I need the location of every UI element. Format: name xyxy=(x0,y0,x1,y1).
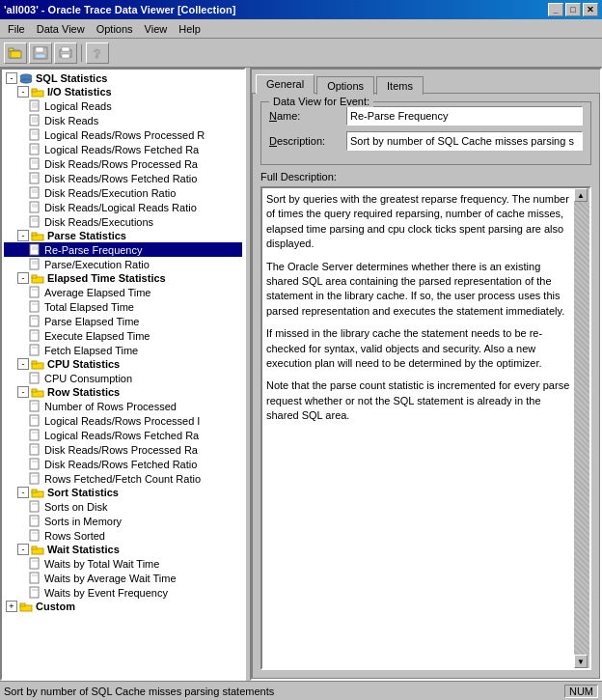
tree-item-dr-lr-ratio[interactable]: Disk Reads/Logical Reads Ratio xyxy=(4,200,242,214)
description-input[interactable] xyxy=(346,131,583,151)
tree-item-lr-rows-fetched[interactable]: Logical Reads/Rows Fetched Ra xyxy=(4,142,242,156)
toolbar-print-button[interactable] xyxy=(54,42,77,64)
expand-icon-root[interactable]: - xyxy=(6,72,17,84)
expand-icon-elapsed[interactable]: - xyxy=(17,272,29,284)
tabs-bar: General Options Items xyxy=(252,70,600,93)
tree-item-reparse-frequency[interactable]: Re-Parse Frequency xyxy=(4,242,242,257)
tree-item-rows-sorted[interactable]: Rows Sorted xyxy=(4,528,242,543)
tree-item-lr-rows-processed[interactable]: Logical Reads/Rows Processed R xyxy=(4,127,242,142)
tree-cat-custom[interactable]: + Custom xyxy=(4,600,242,613)
expand-icon-row[interactable]: - xyxy=(17,386,29,398)
menu-file[interactable]: File xyxy=(2,21,31,37)
expand-icon-custom[interactable]: + xyxy=(6,601,17,612)
doc-icon-15 xyxy=(29,329,41,342)
toolbar-open-button[interactable] xyxy=(4,42,27,64)
tab-items[interactable]: Items xyxy=(376,76,424,95)
doc-icon-21 xyxy=(29,443,41,456)
svg-rect-41 xyxy=(30,216,39,227)
doc-icon-23 xyxy=(29,472,41,485)
tree-cat-wait-label: Wait Statistics xyxy=(47,544,120,555)
tree-item-sorts-memory[interactable]: Sorts in Memory xyxy=(4,514,242,528)
full-desc-label: Full Description: xyxy=(260,171,337,182)
tree-item-row-dr-fetched[interactable]: Disk Reads/Rows Fetched Ratio xyxy=(4,457,242,471)
desc-para-1: Sort by queries with the greatest repars… xyxy=(266,192,570,252)
tree-item-dr-executions[interactable]: Disk Reads/Executions xyxy=(4,214,242,229)
tree-view: - SQL Statistics - I/O Statistics xyxy=(2,70,244,615)
tree-item-logical-reads[interactable]: Logical Reads xyxy=(4,98,242,113)
expand-icon-io[interactable]: - xyxy=(17,86,29,98)
tree-item-parse-exec-ratio[interactable]: Parse/Execution Ratio xyxy=(4,257,242,271)
tree-item-dr-rows-fetched[interactable]: Disk Reads/Rows Fetched Ratio xyxy=(4,171,242,185)
item-waits-total-label: Waits by Total Wait Time xyxy=(44,558,159,570)
scroll-up-button[interactable]: ▲ xyxy=(574,188,588,202)
svg-rect-60 xyxy=(30,330,39,341)
item-lr-rows-fetched-label: Logical Reads/Rows Fetched Ra xyxy=(44,144,199,155)
tree-cat-io[interactable]: - I/O Statistics xyxy=(4,85,242,98)
expand-icon-parse[interactable]: - xyxy=(17,230,29,241)
name-input[interactable] xyxy=(346,106,583,126)
item-logical-reads-label: Logical Reads xyxy=(44,100,112,112)
tree-item-execute-elapsed[interactable]: Execute Elapsed Time xyxy=(4,328,242,343)
tree-cat-parse[interactable]: - Parse Statistics xyxy=(4,229,242,242)
tree-item-waits-total[interactable]: Waits by Total Wait Time xyxy=(4,556,242,571)
expand-icon-sort[interactable]: - xyxy=(17,487,29,498)
scroll-down-button[interactable]: ▼ xyxy=(574,655,588,668)
folder-icon-wait xyxy=(31,545,44,555)
status-text: Sort by number of SQL Cache misses parsi… xyxy=(4,686,274,697)
tree-item-rows-fetched-ratio[interactable]: Rows Fetched/Fetch Count Ratio xyxy=(4,471,242,486)
full-desc-area[interactable]: Sort by queries with the greatest repars… xyxy=(262,188,589,668)
tree-item-waits-avg[interactable]: Waits by Average Wait Time xyxy=(4,571,242,585)
tree-item-dr-exec-ratio[interactable]: Disk Reads/Execution Ratio xyxy=(4,185,242,200)
svg-rect-72 xyxy=(30,415,39,426)
tree-cat-cpu[interactable]: - CPU Statistics xyxy=(4,357,242,371)
tree-item-dr-rows-processed[interactable]: Disk Reads/Rows Processed Ra xyxy=(4,156,242,171)
item-rows-fetched-ratio-label: Rows Fetched/Fetch Count Ratio xyxy=(44,473,201,485)
menu-dataview[interactable]: Data View xyxy=(31,21,91,37)
full-desc-container: Sort by queries with the greatest repars… xyxy=(260,186,591,670)
tree-item-row-lr-fetched[interactable]: Logical Reads/Rows Fetched Ra xyxy=(4,428,242,442)
folder-icon-sort xyxy=(31,488,44,498)
desc-scrollbar: ▲ ▼ xyxy=(574,188,589,668)
tree-item-avg-elapsed[interactable]: Average Elapsed Time xyxy=(4,285,242,299)
doc-icon-18 xyxy=(29,400,41,412)
close-button[interactable]: ✕ xyxy=(583,3,598,16)
toolbar-help-button[interactable]: ? xyxy=(86,42,109,64)
maximize-button[interactable]: □ xyxy=(565,3,581,16)
item-sorts-memory-label: Sorts in Memory xyxy=(44,516,122,527)
tree-item-total-elapsed[interactable]: Total Elapsed Time xyxy=(4,299,242,314)
tab-general[interactable]: General xyxy=(256,74,315,94)
doc-icon-6 xyxy=(29,172,41,184)
doc-icon-16 xyxy=(29,344,41,356)
doc-icon-5 xyxy=(29,157,41,170)
toolbar-save-button[interactable] xyxy=(29,42,52,64)
tree-cat-row[interactable]: - Row Statistics xyxy=(4,385,242,399)
tree-item-fetch-elapsed[interactable]: Fetch Elapsed Time xyxy=(4,343,242,357)
svg-rect-4 xyxy=(36,47,43,52)
tree-item-num-rows-processed[interactable]: Number of Rows Processed xyxy=(4,399,242,413)
tree-item-sorts-disk[interactable]: Sorts on Disk xyxy=(4,499,242,514)
tree-root-label: SQL Statistics xyxy=(36,72,107,84)
tree-item-row-dr-processed[interactable]: Disk Reads/Rows Processed Ra xyxy=(4,442,242,457)
tree-cat-sort[interactable]: - Sort Statistics xyxy=(4,486,242,499)
doc-icon-3 xyxy=(29,128,41,141)
tree-item-waits-event[interactable]: Waits by Event Frequency xyxy=(4,585,242,600)
doc-icon-27 xyxy=(29,557,41,570)
tree-item-cpu-consumption[interactable]: CPU Consumption xyxy=(4,371,242,385)
svg-rect-54 xyxy=(30,287,39,297)
tab-options[interactable]: Options xyxy=(316,76,374,95)
menu-options[interactable]: Options xyxy=(91,21,139,37)
tree-root-sql-statistics[interactable]: - SQL Statistics xyxy=(4,71,242,85)
item-dr-rows-processed-label: Disk Reads/Rows Processed Ra xyxy=(44,158,198,170)
menu-view[interactable]: View xyxy=(139,21,174,37)
tree-cat-elapsed[interactable]: - Elapsed Time Statistics xyxy=(4,271,242,285)
minimize-button[interactable]: _ xyxy=(548,3,563,16)
tree-item-row-lr-processed[interactable]: Logical Reads/Rows Processed I xyxy=(4,413,242,428)
svg-rect-78 xyxy=(30,459,39,469)
menu-help[interactable]: Help xyxy=(173,21,206,37)
tree-item-parse-elapsed[interactable]: Parse Elapsed Time xyxy=(4,314,242,328)
expand-icon-wait[interactable]: - xyxy=(17,544,29,555)
tree-cat-wait[interactable]: - Wait Statistics xyxy=(4,543,242,556)
tree-panel: - SQL Statistics - I/O Statistics xyxy=(0,68,246,681)
expand-icon-cpu[interactable]: - xyxy=(17,358,29,370)
tree-item-disk-reads[interactable]: Disk Reads xyxy=(4,113,242,127)
